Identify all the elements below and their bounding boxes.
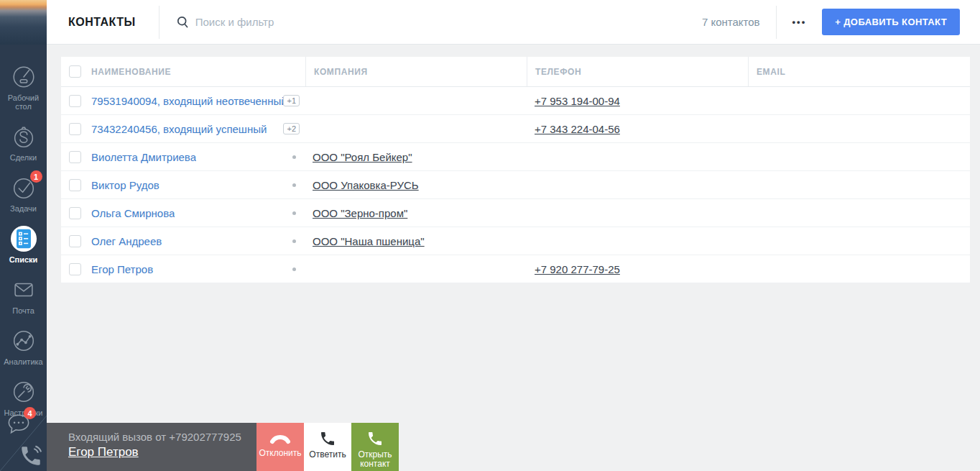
phone-down-icon [268, 430, 292, 446]
company-cell [305, 87, 527, 114]
contact-name-link[interactable]: Виолетта Дмитриева [91, 151, 196, 163]
tasks-icon: 1 [10, 174, 37, 201]
call-info: Входящий вызов от +79202777925 Егор Петр… [47, 423, 256, 471]
column-header-name[interactable]: НАИМЕНОВАНИЕ [91, 57, 305, 86]
row-checkbox-cell [61, 227, 91, 255]
column-header-company[interactable]: КОМПАНИЯ [305, 57, 527, 86]
name-cell: Олег Андреев [91, 227, 305, 255]
row-checkbox[interactable] [69, 235, 81, 247]
row-checkbox[interactable] [69, 179, 81, 191]
table-row[interactable]: 79531940094, входящий неотвеченный +1 +7… [61, 87, 970, 115]
sidebar-item-lists[interactable]: Списки [0, 219, 47, 270]
sidebar-item-label: Сделки [1, 153, 46, 162]
sidebar-item-desktop[interactable]: Рабочий стол [0, 58, 47, 117]
contact-name-link[interactable]: Виктор Рудов [91, 179, 160, 191]
name-cell: Ольга Смирнова [91, 199, 305, 227]
row-checkbox-cell [61, 143, 91, 170]
table-row[interactable]: Олег Андреев ООО "Наша пшеница" [61, 227, 970, 255]
row-checkbox-cell [61, 255, 91, 283]
phone-cell [527, 199, 748, 227]
header-actions: 7 контактов ••• + ДОБАВИТЬ КОНТАКТ [702, 0, 980, 44]
workspace-photo[interactable] [0, 0, 47, 45]
company-bullet-icon [292, 211, 296, 215]
contact-name-link[interactable]: 79531940094, входящий неотвеченный [91, 95, 287, 107]
phone-link[interactable]: +7 920 277-79-25 [535, 263, 620, 275]
row-checkbox[interactable] [69, 263, 81, 275]
table-row[interactable]: 73432240456, входящий успешный +2 +7 343… [61, 115, 970, 143]
company-link[interactable]: ООО "Наша пшеница" [313, 235, 425, 247]
email-cell [748, 115, 970, 142]
phone-link[interactable]: +7 953 194-00-94 [535, 95, 620, 107]
email-cell [748, 87, 970, 114]
dashboard-icon [10, 63, 37, 91]
column-header-phone[interactable]: ТЕЛЕФОН [527, 57, 748, 86]
company-bullet-icon [292, 183, 296, 187]
sidebar-item-tasks[interactable]: 1 Задачи [0, 168, 47, 219]
add-contact-button[interactable]: + ДОБАВИТЬ КОНТАКТ [822, 9, 960, 35]
phone-cell [527, 143, 748, 170]
more-menu-icon[interactable]: ••• [777, 17, 823, 27]
table-row[interactable]: Егор Петров +7 920 277-79-25 [61, 255, 970, 283]
company-cell: ООО Упаковка-РУСЬ [305, 171, 527, 198]
company-link[interactable]: ООО "Зерно-пром" [313, 207, 407, 219]
email-cell [748, 227, 970, 255]
phone-cell: +7 343 224-04-56 [527, 115, 748, 142]
sidebar-item-deals[interactable]: Сделки [0, 117, 47, 168]
phone-icon[interactable] [19, 444, 45, 470]
row-checkbox-cell [61, 171, 91, 198]
sidebar-item-label: Аналитика [1, 357, 46, 366]
phone-link[interactable]: +7 343 224-04-56 [535, 123, 620, 135]
sidebar: Рабочий стол Сделки 1 Задачи [0, 0, 47, 471]
column-header-email[interactable]: EMAIL [748, 57, 970, 86]
sidebar-item-label: Почта [1, 306, 46, 315]
table-row[interactable]: Ольга Смирнова ООО "Зерно-пром" [61, 199, 970, 227]
header-checkbox-cell [61, 57, 91, 86]
company-bullet-icon [292, 267, 296, 271]
contact-name-link[interactable]: Ольга Смирнова [91, 207, 175, 219]
name-cell: Егор Петров [91, 255, 305, 283]
phone-cell: +7 920 277-79-25 [527, 255, 748, 283]
row-checkbox-cell [61, 87, 91, 114]
name-cell: Виктор Рудов [91, 171, 305, 198]
answer-call-button[interactable]: Ответить [304, 423, 351, 471]
name-cell: Виолетта Дмитриева [91, 143, 305, 170]
open-contact-button[interactable]: Открыть контакт [351, 423, 399, 471]
company-cell [305, 255, 527, 283]
company-bullet-icon [292, 239, 296, 243]
search-input[interactable] [195, 16, 411, 28]
contact-name-link[interactable]: Олег Андреев [91, 235, 162, 247]
table-row[interactable]: Виолетта Дмитриева ООО "Роял Бейкер" [61, 143, 970, 171]
row-checkbox[interactable] [69, 95, 81, 107]
select-all-checkbox[interactable] [69, 65, 81, 78]
company-link[interactable]: ООО "Роял Бейкер" [313, 151, 412, 163]
name-cell: 73432240456, входящий успешный +2 [91, 115, 305, 142]
email-cell [748, 199, 970, 227]
sidebar-item-mail[interactable]: Почта [0, 270, 47, 321]
table-body: 79531940094, входящий неотвеченный +1 +7… [61, 87, 970, 283]
row-checkbox-cell [61, 115, 91, 142]
deals-icon [10, 123, 37, 150]
sidebar-item-analytics[interactable]: Аналитика [0, 321, 47, 372]
email-cell [748, 255, 970, 283]
company-bullet-icon [292, 155, 296, 159]
company-link[interactable]: ООО Упаковка-РУСЬ [313, 179, 419, 191]
decline-call-button[interactable]: Отклонить [256, 423, 304, 471]
row-checkbox[interactable] [69, 151, 81, 163]
contact-name-link[interactable]: Егор Петров [91, 263, 153, 275]
contacts-counter: 7 контактов [702, 16, 776, 28]
call-contact-link[interactable]: Егор Петров [68, 445, 139, 459]
row-checkbox[interactable] [69, 207, 81, 219]
incoming-call-bar: Входящий вызов от +79202777925 Егор Петр… [47, 423, 399, 471]
page-title: КОНТАКТЫ [47, 16, 159, 29]
company-cell: ООО "Роял Бейкер" [305, 143, 527, 170]
row-checkbox[interactable] [69, 123, 81, 135]
sidebar-item-label: Рабочий стол [1, 93, 46, 111]
call-message: Входящий вызов от +79202777925 [68, 431, 249, 443]
tasks-badge: 1 [30, 170, 42, 183]
chat-icon[interactable]: 4 [4, 410, 33, 439]
table-header-row: НАИМЕНОВАНИЕ КОМПАНИЯ ТЕЛЕФОН EMAIL [61, 57, 970, 87]
contact-name-link[interactable]: 73432240456, входящий успешный [91, 123, 267, 135]
table-row[interactable]: Виктор Рудов ООО Упаковка-РУСЬ [61, 171, 970, 199]
company-cell: ООО "Наша пшеница" [305, 227, 527, 255]
sidebar-item-label: Задачи [1, 204, 46, 213]
